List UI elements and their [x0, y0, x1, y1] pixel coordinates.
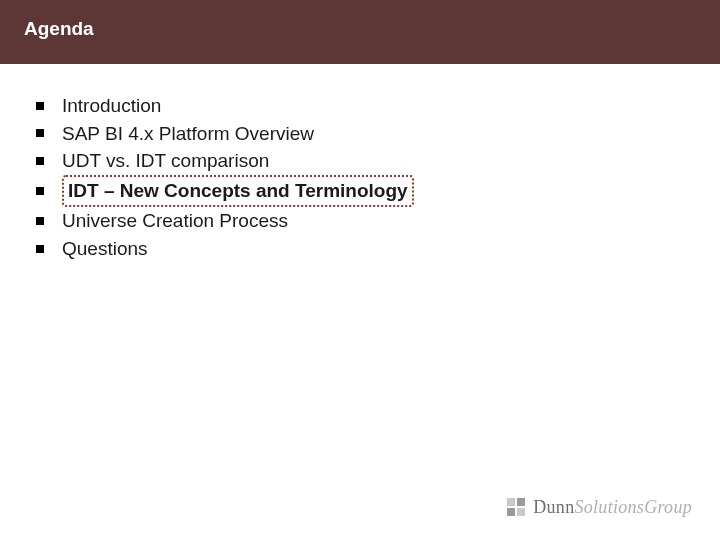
bullet-icon [36, 129, 44, 137]
logo-text-part1: Dunn [533, 497, 574, 517]
agenda-item-udt-vs-idt: UDT vs. IDT comparison [36, 147, 684, 175]
agenda-item-sap-bi-overview: SAP BI 4.x Platform Overview [36, 120, 684, 148]
footer-logo: DunnSolutionsGroup [507, 497, 692, 518]
bullet-icon [36, 157, 44, 165]
agenda-list: Introduction SAP BI 4.x Platform Overvie… [36, 92, 684, 262]
bullet-icon [36, 245, 44, 253]
logo-icon [507, 498, 527, 518]
current-topic-highlight: IDT – New Concepts and Terminology [62, 175, 414, 208]
agenda-item-label: SAP BI 4.x Platform Overview [62, 120, 314, 148]
agenda-item-label: UDT vs. IDT comparison [62, 147, 269, 175]
agenda-item-introduction: Introduction [36, 92, 684, 120]
page-title: Agenda [24, 18, 696, 40]
bullet-icon [36, 217, 44, 225]
bullet-icon [36, 102, 44, 110]
agenda-item-label: Universe Creation Process [62, 207, 288, 235]
bullet-icon [36, 187, 44, 195]
agenda-item-label: Introduction [62, 92, 161, 120]
agenda-item-universe-creation: Universe Creation Process [36, 207, 684, 235]
logo-text: DunnSolutionsGroup [533, 497, 692, 518]
agenda-item-idt-new-concepts: IDT – New Concepts and Terminology [36, 175, 684, 208]
logo-text-part2: SolutionsGroup [574, 497, 692, 517]
agenda-item-label: Questions [62, 235, 148, 263]
agenda-item-questions: Questions [36, 235, 684, 263]
slide-content: Introduction SAP BI 4.x Platform Overvie… [0, 64, 720, 262]
agenda-item-label: IDT – New Concepts and Terminology [68, 180, 408, 201]
slide-header: Agenda [0, 0, 720, 64]
